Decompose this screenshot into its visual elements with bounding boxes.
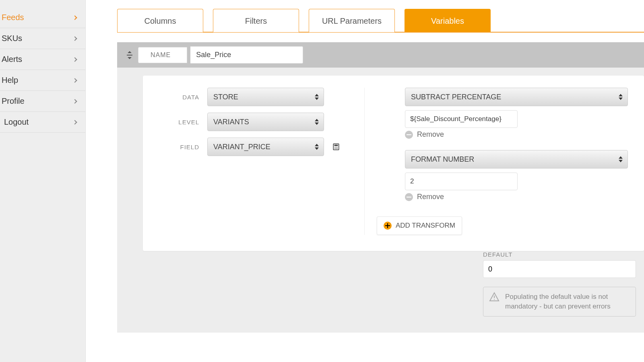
data-label: DATA — [159, 94, 199, 101]
sidebar-item-feeds[interactable]: Feeds — [0, 7, 85, 28]
default-label: DEFAULT — [483, 251, 636, 258]
sidebar-item-skus[interactable]: SKUs — [0, 28, 85, 49]
variable-config-card: DATA STORE LEVEL VARIANTS — [143, 76, 644, 251]
svg-point-6 — [336, 148, 336, 149]
tab-columns[interactable]: Columns — [117, 9, 203, 32]
transform-type-select[interactable]: FORMAT NUMBER — [405, 150, 628, 169]
chevron-right-icon — [72, 36, 77, 41]
select-value: VARIANTS — [213, 118, 249, 126]
svg-point-9 — [494, 299, 495, 300]
minus-icon — [405, 193, 413, 201]
hint-text: Populating the default value is not mand… — [505, 292, 630, 311]
select-value: SUBTRACT PERCENTAGE — [411, 93, 501, 101]
sidebar-label: Alerts — [2, 55, 22, 64]
variable-row-header: NAME — [117, 42, 644, 68]
transform-block: FORMAT NUMBER Remove — [405, 150, 628, 207]
tab-label: Variables — [431, 16, 464, 25]
tab-label: Columns — [144, 16, 176, 25]
add-transform-label: ADD TRANSFORM — [396, 222, 455, 230]
calculator-icon[interactable] — [332, 143, 340, 151]
select-arrows-icon — [315, 94, 319, 100]
field-select[interactable]: VARIANT_PRICE — [207, 138, 324, 156]
chevron-right-icon — [72, 120, 77, 124]
plus-icon — [384, 222, 392, 230]
select-arrows-icon — [315, 144, 319, 150]
minus-icon — [405, 131, 413, 139]
sidebar-label: Feeds — [2, 13, 24, 22]
sidebar-label: SKUs — [2, 34, 22, 43]
chevron-right-icon — [72, 99, 77, 103]
level-label: LEVEL — [159, 119, 199, 125]
default-hint: Populating the default value is not mand… — [483, 287, 636, 317]
name-label: NAME — [138, 47, 187, 63]
sidebar-label: Logout — [4, 117, 29, 127]
tab-label: URL Parameters — [322, 16, 382, 25]
sidebar-label: Help — [2, 76, 18, 85]
tabs: Columns Filters URL Parameters Variables — [117, 9, 644, 33]
tab-variables[interactable]: Variables — [405, 9, 491, 32]
svg-rect-1 — [334, 145, 338, 146]
tab-filters[interactable]: Filters — [213, 9, 299, 32]
transform-value-input[interactable] — [405, 173, 518, 190]
tab-label: Filters — [245, 16, 267, 25]
tab-url-parameters[interactable]: URL Parameters — [309, 9, 395, 32]
svg-point-4 — [337, 147, 338, 148]
select-arrows-icon — [315, 119, 319, 125]
chevron-right-icon — [72, 15, 77, 20]
field-label: FIELD — [159, 144, 199, 150]
svg-point-5 — [334, 148, 335, 149]
default-value-input[interactable] — [483, 260, 636, 278]
chevron-right-icon — [72, 57, 77, 62]
sidebar-item-logout[interactable]: Logout — [0, 112, 85, 133]
svg-point-2 — [334, 147, 335, 148]
select-arrows-icon — [619, 156, 623, 162]
drag-handle-icon[interactable] — [124, 51, 135, 59]
sidebar-item-alerts[interactable]: Alerts — [0, 49, 85, 70]
remove-label: Remove — [417, 193, 444, 201]
select-arrows-icon — [619, 94, 623, 100]
default-section: DEFAULT Populating the default value is … — [143, 251, 644, 317]
select-value: FORMAT NUMBER — [411, 155, 474, 164]
svg-point-3 — [336, 147, 336, 148]
variable-name-input[interactable] — [190, 46, 303, 64]
chevron-right-icon — [72, 78, 77, 82]
transform-type-select[interactable]: SUBTRACT PERCENTAGE — [405, 88, 628, 106]
remove-label: Remove — [417, 130, 444, 139]
source-column: DATA STORE LEVEL VARIANTS — [159, 88, 365, 235]
main-content: Columns Filters URL Parameters Variables… — [86, 0, 644, 362]
add-transform-button[interactable]: ADD TRANSFORM — [377, 216, 462, 235]
select-value: VARIANT_PRICE — [213, 143, 270, 151]
transforms-column: SUBTRACT PERCENTAGE Remove — [389, 88, 628, 235]
data-select[interactable]: STORE — [207, 88, 324, 106]
remove-transform-button[interactable]: Remove — [405, 130, 628, 139]
level-select[interactable]: VARIANTS — [207, 113, 324, 131]
sidebar: Feeds SKUs Alerts Help Profile Logout — [0, 0, 86, 362]
svg-point-7 — [337, 148, 338, 149]
sidebar-item-help[interactable]: Help — [0, 70, 85, 91]
sidebar-item-profile[interactable]: Profile — [0, 91, 85, 112]
warning-icon — [489, 292, 500, 302]
remove-transform-button[interactable]: Remove — [405, 193, 628, 201]
transform-block: SUBTRACT PERCENTAGE Remove — [405, 88, 628, 144]
sidebar-label: Profile — [2, 97, 25, 106]
transform-value-input[interactable] — [405, 110, 518, 128]
select-value: STORE — [213, 93, 238, 101]
